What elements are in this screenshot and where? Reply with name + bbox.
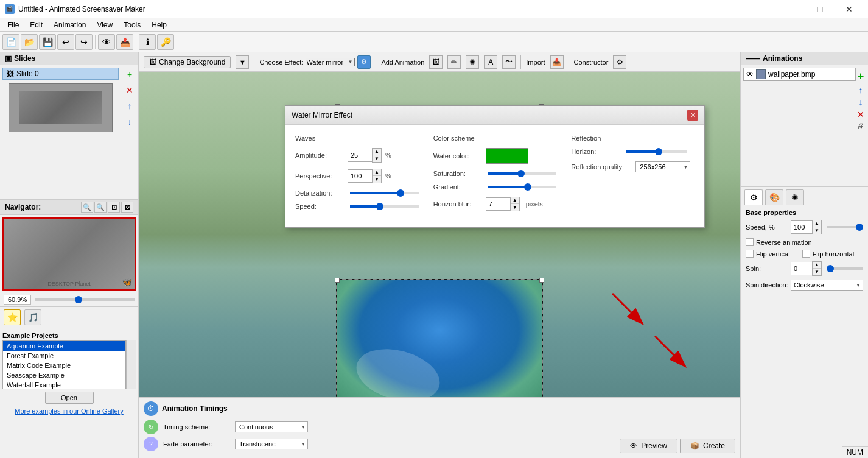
actual-size-tool[interactable]: ⊠: [121, 202, 133, 213]
menu-animation[interactable]: Animation: [49, 19, 91, 30]
add-slide-button[interactable]: +: [123, 68, 136, 81]
example-item-2[interactable]: Matrix Code Example: [3, 361, 125, 370]
add-anim-text-button[interactable]: A: [484, 55, 497, 69]
anim-down-button[interactable]: ↓: [859, 97, 863, 107]
example-item-3[interactable]: Seascape Example: [3, 370, 125, 380]
zoom-thumb[interactable]: [75, 296, 82, 303]
spin-thumb[interactable]: [827, 265, 834, 272]
amplitude-up[interactable]: ▲: [373, 149, 381, 155]
redo-button[interactable]: ↪: [75, 34, 93, 50]
undo-button[interactable]: ↩: [57, 34, 74, 50]
speed-thumb[interactable]: [376, 203, 383, 210]
detalization-slider[interactable]: [350, 192, 419, 194]
speed-prop-input[interactable]: [791, 220, 812, 234]
minimize-button[interactable]: —: [777, 0, 805, 18]
add-anim-image-button[interactable]: 🖼: [429, 55, 443, 69]
zoom-out-tool[interactable]: 🔍: [94, 202, 107, 213]
perspective-input[interactable]: [348, 169, 372, 183]
save-button[interactable]: 💾: [39, 34, 56, 50]
example-item-1[interactable]: Forest Example: [3, 351, 125, 361]
flip-v-checkbox[interactable]: [746, 250, 754, 258]
menu-view[interactable]: View: [92, 19, 117, 30]
speed-prop-slider[interactable]: [827, 226, 863, 228]
move-up-button[interactable]: ↑: [123, 99, 136, 113]
water-color-swatch[interactable]: [486, 148, 528, 164]
import-button[interactable]: 📥: [550, 55, 564, 69]
change-bg-button[interactable]: 🖼 Change Background: [144, 56, 231, 68]
slide-item-0[interactable]: 🖼 Slide 0: [2, 68, 119, 80]
horizon-slider[interactable]: [626, 150, 687, 153]
spin-slider[interactable]: [827, 267, 863, 270]
saturation-slider[interactable]: [488, 172, 557, 175]
horizon-thumb[interactable]: [655, 148, 662, 155]
fit-tool[interactable]: ⊡: [108, 202, 120, 213]
new-button[interactable]: 📄: [2, 34, 19, 50]
example-item-0[interactable]: Aquarium Example: [3, 341, 125, 351]
speed-prop-down[interactable]: ▼: [813, 227, 821, 234]
key-button[interactable]: 🔑: [157, 34, 174, 50]
detalization-thumb[interactable]: [397, 189, 404, 197]
effect-select[interactable]: Water mirror: [306, 58, 355, 66]
speed-prop-thumb[interactable]: [856, 224, 863, 231]
anim-export-button[interactable]: 🖨: [857, 122, 864, 130]
open-example-button[interactable]: Open: [45, 392, 94, 404]
add-animation-list-button[interactable]: +: [858, 70, 864, 83]
tab-favorites[interactable]: ⭐: [4, 309, 21, 325]
menu-help[interactable]: Help: [147, 19, 172, 30]
info-button[interactable]: ℹ: [139, 34, 156, 50]
right-tab-color[interactable]: 🎨: [765, 189, 783, 205]
horizon-blur-up[interactable]: ▲: [511, 197, 519, 204]
open-file-button[interactable]: 📂: [21, 34, 38, 50]
animation-item-0[interactable]: 👁 wallpaper.bmp: [743, 68, 856, 81]
right-tab-settings[interactable]: ⚙: [744, 189, 763, 205]
speed-slider[interactable]: [350, 205, 419, 208]
bg-options-button[interactable]: ▼: [236, 55, 249, 69]
tab-music[interactable]: 🎵: [24, 309, 41, 325]
effect-settings-button[interactable]: ⚙: [357, 55, 371, 69]
anim-up-button[interactable]: ↑: [859, 85, 863, 95]
preview-tool-button[interactable]: 👁: [98, 34, 115, 50]
animations-section: 👁 wallpaper.bmp + ↑ ↓ ✕ 🖨: [741, 65, 868, 187]
constructor-button[interactable]: ⚙: [613, 55, 626, 69]
spin-up[interactable]: ▲: [813, 262, 821, 269]
example-item-4[interactable]: Waterfall Example: [3, 380, 125, 389]
quality-select[interactable]: 128x128 256x256 512x512: [635, 161, 690, 172]
gallery-link[interactable]: More examples in our Online Gallery: [2, 406, 136, 416]
delete-slide-button[interactable]: ✕: [123, 83, 136, 97]
export-button[interactable]: 📤: [116, 34, 133, 50]
add-anim-wave-button[interactable]: 〜: [502, 55, 516, 69]
close-button[interactable]: ✕: [835, 0, 863, 18]
gradient-slider[interactable]: [488, 186, 557, 188]
preview-button[interactable]: 👁 Preview: [620, 439, 677, 453]
fade-select[interactable]: Translucenc None Fade: [235, 439, 308, 449]
spin-input[interactable]: [791, 262, 812, 275]
gradient-thumb[interactable]: [524, 183, 531, 191]
dialog-close-button[interactable]: ✕: [687, 110, 698, 121]
right-tab-effects[interactable]: ✺: [786, 189, 804, 205]
examples-scrollbar[interactable]: [126, 340, 136, 389]
zoom-in-tool[interactable]: 🔍: [81, 202, 93, 213]
perspective-down[interactable]: ▼: [373, 176, 381, 183]
menu-edit[interactable]: Edit: [25, 19, 47, 30]
timing-select[interactable]: Continuous Once Loop: [235, 421, 308, 432]
saturation-thumb[interactable]: [517, 170, 525, 177]
maximize-button[interactable]: □: [806, 0, 834, 18]
spin-dir-select[interactable]: Clockwise Counter-clockwise: [791, 280, 863, 291]
speed-prop-up[interactable]: ▲: [813, 220, 821, 227]
menu-tools[interactable]: Tools: [119, 19, 145, 30]
horizon-blur-down[interactable]: ▼: [511, 204, 519, 211]
reverse-checkbox[interactable]: [746, 238, 754, 246]
amplitude-down[interactable]: ▼: [373, 155, 381, 162]
move-down-button[interactable]: ↓: [123, 115, 136, 129]
spin-down[interactable]: ▼: [813, 269, 821, 275]
zoom-slider[interactable]: [35, 298, 135, 301]
horizon-blur-input[interactable]: [486, 197, 510, 211]
perspective-up[interactable]: ▲: [373, 169, 381, 176]
menu-file[interactable]: File: [2, 19, 24, 30]
add-anim-draw-button[interactable]: ✏: [447, 55, 461, 69]
flip-h-checkbox[interactable]: [802, 250, 810, 258]
anim-delete-button[interactable]: ✕: [857, 110, 864, 119]
create-button[interactable]: 📦 Create: [680, 439, 735, 453]
add-anim-particle-button[interactable]: ✺: [466, 55, 479, 69]
amplitude-input[interactable]: [348, 149, 372, 162]
